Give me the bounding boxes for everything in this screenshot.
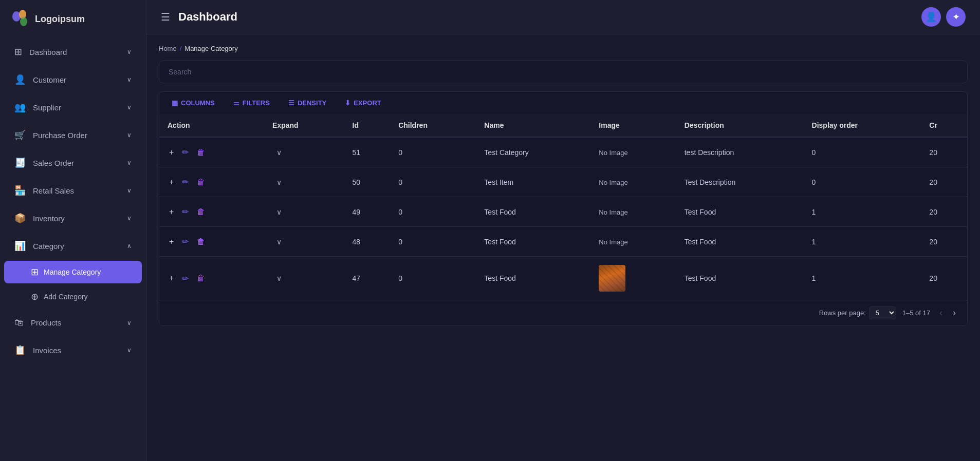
children-cell: 0 (390, 137, 476, 167)
sidebar-item-label: Customer (33, 75, 120, 84)
sidebar-subitem-manage-category[interactable]: ⊞ Manage Category (4, 261, 142, 283)
id-cell: 49 (344, 197, 391, 227)
expand-button[interactable]: ∨ (272, 236, 286, 248)
add-row-button[interactable]: + (168, 272, 175, 284)
hamburger-menu-icon[interactable]: ☰ (161, 11, 170, 23)
add-row-button[interactable]: + (168, 176, 175, 188)
sidebar-item-category[interactable]: 📊 Category ∧ (4, 233, 142, 259)
sidebar-item-dashboard[interactable]: ⊞ Dashboard ∨ (4, 39, 142, 65)
sidebar-item-supplier[interactable]: 👥 Supplier ∨ (4, 94, 142, 120)
delete-row-button[interactable]: 🗑 (195, 176, 207, 188)
search-bar[interactable] (159, 61, 968, 83)
svg-point-2 (20, 17, 27, 26)
display-order-cell: 0 (804, 167, 921, 197)
action-cell: + ✏ 🗑 (159, 227, 264, 257)
delete-row-button[interactable]: 🗑 (195, 272, 207, 284)
export-label: EXPORT (354, 99, 381, 107)
edit-row-button[interactable]: ✏ (180, 272, 190, 285)
table-toolbar: ▦ COLUMNS ⚌ FILTERS ☰ DENSITY ⬇ EXPORT (159, 92, 967, 114)
sidebar-item-label: Products (31, 318, 120, 327)
sidebar-item-label: Purchase Order (33, 131, 120, 140)
action-icons: + ✏ 🗑 (168, 176, 256, 188)
purchase-order-icon: 🛒 (14, 129, 26, 141)
col-expand: Expand (264, 114, 344, 137)
sidebar-item-label: Sales Order (33, 159, 120, 167)
next-page-button[interactable]: › (950, 306, 959, 319)
data-table-container: ▦ COLUMNS ⚌ FILTERS ☰ DENSITY ⬇ EXPORT (159, 91, 968, 326)
products-icon: 🛍 (14, 317, 24, 328)
export-button[interactable]: ⬇ EXPORT (341, 97, 385, 109)
expand-button[interactable]: ∨ (272, 272, 286, 284)
children-cell: 0 (390, 167, 476, 197)
breadcrumb-separator: / (180, 45, 182, 52)
pagination: Rows per page: 5 10 25 50 1–5 of 17 ‹ › (159, 300, 967, 325)
breadcrumb-current: Manage Category (184, 45, 237, 52)
sidebar-item-retail-sales[interactable]: 🏪 Retail Sales ∨ (4, 178, 142, 203)
category-icon: 📊 (14, 240, 26, 252)
invoices-icon: 📋 (14, 344, 26, 356)
sales-order-icon: 🧾 (14, 157, 26, 168)
image-cell (590, 257, 676, 300)
children-cell: 0 (390, 257, 476, 300)
edit-row-button[interactable]: ✏ (180, 205, 190, 218)
edit-row-button[interactable]: ✏ (180, 176, 190, 188)
no-image-label: No Image (599, 208, 627, 216)
image-cell: No Image (590, 227, 676, 257)
rows-per-page-select[interactable]: 5 10 25 50 (869, 306, 896, 319)
sidebar-logo: Logoipsum (0, 0, 146, 38)
add-row-button[interactable]: + (168, 206, 175, 218)
sidebar-item-label: Inventory (33, 214, 120, 223)
main-content: ☰ Dashboard 👤 ✦ Home / Manage Category ▦… (146, 0, 980, 461)
manage-category-icon: ⊞ (31, 266, 39, 278)
search-input[interactable] (169, 68, 958, 76)
description-cell: Test Description (676, 167, 804, 197)
sidebar-item-customer[interactable]: 👤 Customer ∨ (4, 67, 142, 92)
retail-sales-icon: 🏪 (14, 185, 26, 196)
col-name: Name (476, 114, 590, 137)
delete-row-button[interactable]: 🗑 (195, 146, 207, 159)
add-row-button[interactable]: + (168, 146, 175, 159)
chevron-down-icon: ∨ (127, 159, 132, 166)
filters-button[interactable]: ⚌ FILTERS (229, 97, 274, 109)
sparkle-button[interactable]: ✦ (946, 7, 966, 27)
rows-per-page-label: Rows per page: (819, 309, 866, 317)
supplier-icon: 👥 (14, 102, 26, 113)
filters-label: FILTERS (243, 99, 270, 107)
sidebar-item-inventory[interactable]: 📦 Inventory ∨ (4, 205, 142, 231)
density-button[interactable]: ☰ DENSITY (284, 97, 330, 109)
data-table: Action Expand Id Children Name Image Des… (159, 114, 967, 300)
expand-cell: ∨ (264, 197, 344, 227)
columns-button[interactable]: ▦ COLUMNS (168, 97, 219, 109)
description-cell: Test Food (676, 257, 804, 300)
category-thumbnail (599, 265, 625, 292)
id-cell: 47 (344, 257, 391, 300)
sidebar-item-products[interactable]: 🛍 Products ∨ (4, 310, 142, 335)
edit-row-button[interactable]: ✏ (180, 146, 190, 159)
name-cell: Test Category (476, 137, 590, 167)
name-cell: Test Food (476, 257, 590, 300)
export-icon: ⬇ (345, 99, 350, 107)
rows-per-page: Rows per page: 5 10 25 50 (819, 306, 896, 319)
chevron-down-icon: ∨ (127, 104, 132, 111)
sidebar-item-sales-order[interactable]: 🧾 Sales Order ∨ (4, 150, 142, 176)
delete-row-button[interactable]: 🗑 (195, 236, 207, 248)
prev-page-button[interactable]: ‹ (936, 306, 946, 319)
delete-row-button[interactable]: 🗑 (195, 206, 207, 218)
action-icons: + ✏ 🗑 (168, 205, 256, 218)
sidebar-item-invoices[interactable]: 📋 Invoices ∨ (4, 337, 142, 363)
inventory-icon: 📦 (14, 213, 26, 224)
user-avatar-button[interactable]: 👤 (921, 7, 941, 27)
sidebar-subitem-add-category[interactable]: ⊕ Add Category (4, 285, 142, 308)
edit-row-button[interactable]: ✏ (180, 235, 190, 248)
expand-button[interactable]: ∨ (272, 146, 286, 159)
display-order-cell: 0 (804, 137, 921, 167)
col-children: Children (390, 114, 476, 137)
expand-cell: ∨ (264, 227, 344, 257)
col-display-order: Display order (804, 114, 921, 137)
expand-cell: ∨ (264, 137, 344, 167)
expand-button[interactable]: ∨ (272, 176, 286, 188)
sidebar-item-purchase-order[interactable]: 🛒 Purchase Order ∨ (4, 122, 142, 148)
name-cell: Test Food (476, 197, 590, 227)
expand-button[interactable]: ∨ (272, 206, 286, 218)
add-row-button[interactable]: + (168, 236, 175, 248)
